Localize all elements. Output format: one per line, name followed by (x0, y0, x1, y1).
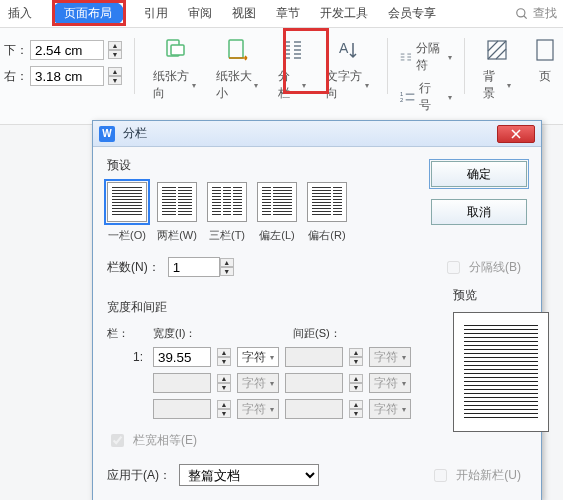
ribbon-body: 下： ▲▼ 右： ▲▼ 纸张方向▾ 纸张大小▾ 分栏▾ A 文字方向▾ (0, 28, 563, 125)
tab-chapter[interactable]: 章节 (276, 5, 300, 22)
svg-text:2: 2 (400, 97, 403, 103)
row1-width-spinner[interactable]: ▲▼ (217, 348, 231, 366)
page-group[interactable]: 页 (525, 34, 559, 85)
search-label: 查找 (533, 5, 557, 22)
tab-insert[interactable]: 插入 (8, 5, 32, 22)
row2-spacing-unit: 字符▾ (369, 373, 411, 393)
line-numbers-icon: 12 (400, 90, 415, 104)
tab-devtools[interactable]: 开发工具 (320, 5, 368, 22)
preset-right[interactable]: 偏右(R) (307, 182, 347, 243)
row3-width-input (153, 399, 211, 419)
tab-references[interactable]: 引用 (144, 5, 168, 22)
tab-vip[interactable]: 会员专享 (388, 5, 436, 22)
size-group[interactable]: 纸张大小▾ (210, 34, 265, 102)
linenum-label: 行号 (419, 80, 442, 114)
background-group[interactable]: 背景▾ (477, 34, 517, 102)
ribbon-tabs: 插入 页面布局 引用 审阅 视图 章节 开发工具 会员专享 查找 (0, 0, 563, 28)
preset-label: 偏左(L) (259, 228, 294, 243)
breaks-button[interactable]: 分隔符▾ (400, 40, 452, 74)
margin-right-row: 右： ▲▼ (4, 66, 122, 86)
margin-bottom-row: 下： ▲▼ (4, 40, 122, 60)
width-head: 宽度(I)： (153, 326, 293, 341)
width-spacing-label: 宽度和间距 (107, 299, 433, 316)
row1-spacing-spinner: ▲▼ (349, 348, 363, 366)
preset-thumb (207, 182, 247, 222)
linenum-button[interactable]: 12 行号▾ (400, 80, 452, 114)
equal-width-input (111, 434, 124, 447)
separator-line-checkbox: 分隔线(B) (443, 258, 521, 277)
columns-icon (278, 36, 306, 64)
preset-section-label: 预设 (107, 157, 347, 174)
tab-page-layout[interactable]: 页面布局 (52, 2, 124, 25)
preset-left[interactable]: 偏左(L) (257, 182, 297, 243)
row3-spacing-input (285, 399, 343, 419)
spacing-head: 间距(S)： (293, 326, 433, 341)
row2-spacing-input (285, 373, 343, 393)
equal-width-label: 栏宽相等(E) (133, 432, 197, 449)
preset-two-columns[interactable]: 两栏(W) (157, 182, 197, 243)
row3-spacing-unit: 字符▾ (369, 399, 411, 419)
margin-right-input[interactable] (30, 66, 104, 86)
preset-label: 三栏(T) (209, 228, 245, 243)
breaks-group: 分隔符▾ 12 行号▾ (400, 40, 452, 114)
row2-width-input (153, 373, 211, 393)
app-icon: W (99, 126, 115, 142)
textdir-group[interactable]: A 文字方向▾ (320, 34, 375, 102)
preview-section: 预览 (453, 287, 549, 450)
margin-bottom-spinner[interactable]: ▲▼ (108, 41, 122, 59)
cancel-button[interactable]: 取消 (431, 199, 527, 225)
columns-count-spinner[interactable]: ▲▼ (220, 258, 234, 276)
ws-row-1: 1: ▲▼ 字符▾ ▲▼ 字符▾ (107, 347, 433, 367)
separator-line-label: 分隔线(B) (469, 259, 521, 276)
preset-three-columns[interactable]: 三栏(T) (207, 182, 247, 243)
search-icon (515, 7, 529, 21)
tab-view[interactable]: 视图 (232, 5, 256, 22)
page-label: 页 (539, 68, 551, 85)
tab-review[interactable]: 审阅 (188, 5, 212, 22)
orientation-label: 纸张方向 (153, 68, 190, 102)
columns-count-input[interactable] (168, 257, 220, 277)
row2-spacing-spinner: ▲▼ (349, 374, 363, 392)
margin-group: 下： ▲▼ 右： ▲▼ (4, 40, 122, 86)
row3-width-spinner: ▲▼ (217, 400, 231, 418)
row3-spacing-spinner: ▲▼ (349, 400, 363, 418)
close-button[interactable] (497, 125, 535, 143)
background-label: 背景 (483, 68, 505, 102)
row1-width-unit[interactable]: 字符▾ (237, 347, 279, 367)
orientation-group[interactable]: 纸张方向▾ (147, 34, 202, 102)
background-icon (483, 36, 511, 64)
chevron-down-icon: ▾ (448, 93, 452, 102)
preview-label: 预览 (453, 287, 549, 304)
chevron-down-icon: ▾ (192, 81, 196, 90)
svg-rect-27 (537, 40, 553, 60)
ws-row-2: ▲▼ 字符▾ ▲▼ 字符▾ (107, 373, 433, 393)
ok-button[interactable]: 确定 (431, 161, 527, 187)
text-direction-icon: A (334, 36, 362, 64)
row1-width-input[interactable] (153, 347, 211, 367)
page-size-icon (223, 36, 251, 64)
svg-line-1 (524, 15, 527, 18)
textdir-label: 文字方向 (326, 68, 363, 102)
dialog-body: 预设 一栏(O) 两栏(W) 三栏(T) (93, 147, 541, 500)
separator (134, 38, 135, 94)
columns-group[interactable]: 分栏▾ (272, 34, 312, 102)
preset-thumb (257, 182, 297, 222)
apply-label: 应用于(A)： (107, 467, 171, 484)
preset-one-column[interactable]: 一栏(O) (107, 182, 147, 243)
columns-dialog: W 分栏 预设 一栏(O) 两栏(W) (92, 120, 542, 500)
margin-right-spinner[interactable]: ▲▼ (108, 67, 122, 85)
chevron-down-icon: ▾ (254, 81, 258, 90)
separator-line-input (447, 261, 460, 274)
dialog-buttons: 确定 取消 (431, 157, 527, 243)
orientation-icon (160, 36, 188, 64)
apply-select[interactable]: 整篇文档 (179, 464, 319, 486)
new-column-label: 开始新栏(U) (456, 467, 521, 484)
margin-bottom-input[interactable] (30, 40, 104, 60)
dialog-titlebar[interactable]: W 分栏 (93, 121, 541, 147)
columns-label: 分栏 (278, 68, 300, 102)
equal-width-checkbox: 栏宽相等(E) (107, 431, 433, 450)
svg-rect-4 (229, 40, 243, 58)
search-button[interactable]: 查找 (515, 5, 563, 22)
svg-point-0 (517, 8, 525, 16)
row3-width-unit: 字符▾ (237, 399, 279, 419)
